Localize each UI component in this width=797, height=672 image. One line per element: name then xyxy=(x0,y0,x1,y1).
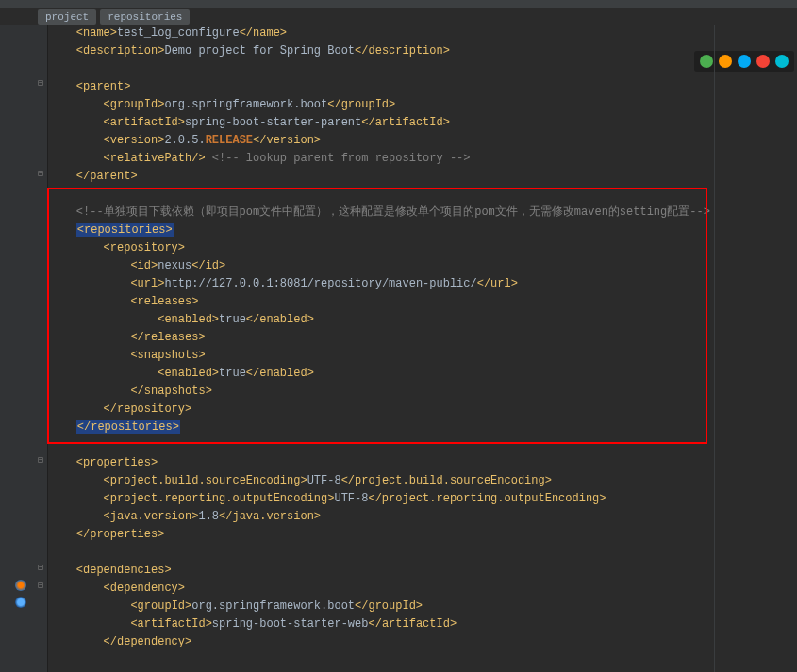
code-line: <parent> xyxy=(49,78,797,96)
code-line xyxy=(49,186,797,204)
breadcrumb: project repositories xyxy=(38,9,190,25)
ide-window: project repositories ⊟ ⊟ ⊟ ⊟ ⊟ <name>tes… xyxy=(0,0,797,672)
code-line: <repository> xyxy=(49,239,797,257)
code-line: <version>2.0.5.RELEASE</version> xyxy=(49,132,797,150)
code-line xyxy=(49,436,797,454)
code-editor[interactable]: <name>test_log_configure</name> <descrip… xyxy=(49,25,797,672)
code-line: <properties> xyxy=(49,454,797,472)
code-line: <relativePath/> <!-- lookup parent from … xyxy=(49,150,797,168)
code-line: <java.version>1.8</java.version> xyxy=(49,508,797,526)
code-line: <repositories> xyxy=(49,221,797,239)
code-line: </dependency> xyxy=(49,633,797,651)
code-line: <snapshots> xyxy=(49,347,797,365)
fold-handle-icon[interactable]: ⊟ xyxy=(36,564,45,573)
fold-handle-icon[interactable]: ⊟ xyxy=(36,582,45,591)
code-line: </parent> xyxy=(49,168,797,186)
code-line: <dependency> xyxy=(49,580,797,598)
code-line: <id>nexus</id> xyxy=(49,257,797,275)
code-line: <artifactId>spring-boot-starter-parent</… xyxy=(49,114,797,132)
fold-handle-icon[interactable]: ⊟ xyxy=(36,79,45,89)
code-line xyxy=(49,544,797,562)
code-line: <name>test_log_configure</name> xyxy=(49,25,797,42)
gutter-marker-icon[interactable] xyxy=(15,580,26,591)
top-bar xyxy=(0,0,797,8)
code-line: <enabled>true</enabled> xyxy=(49,365,797,383)
breadcrumb-repositories[interactable]: repositories xyxy=(100,9,190,25)
code-line: <project.reporting.outputEncoding>UTF-8<… xyxy=(49,490,797,508)
code-line: <project.build.sourceEncoding>UTF-8</pro… xyxy=(49,472,797,490)
code-line xyxy=(49,60,797,78)
gutter-marker-icon[interactable] xyxy=(15,597,26,608)
code-line: <groupId>org.springframework.boot</group… xyxy=(49,96,797,114)
code-line: </properties> xyxy=(49,526,797,544)
code-line: <groupId>org.springframework.boot</group… xyxy=(49,598,797,615)
code-line: <url>http://127.0.0.1:8081/repository/ma… xyxy=(49,275,797,293)
fold-handle-icon[interactable]: ⊟ xyxy=(36,456,45,466)
breadcrumb-project[interactable]: project xyxy=(38,9,96,25)
code-line: </releases> xyxy=(49,329,797,347)
editor-gutter: ⊟ ⊟ ⊟ ⊟ ⊟ xyxy=(0,25,48,672)
code-line: <dependencies> xyxy=(49,562,797,580)
code-line: <enabled>true</enabled> xyxy=(49,311,797,329)
code-line: </repository> xyxy=(49,401,797,418)
code-line: </repositories> xyxy=(49,418,797,436)
code-line: <artifactId>spring-boot-starter-web</art… xyxy=(49,615,797,633)
code-line: </snapshots> xyxy=(49,383,797,401)
fold-handle-icon[interactable]: ⊟ xyxy=(36,170,45,179)
code-line: <description>Demo project for Spring Boo… xyxy=(49,42,797,60)
code-line xyxy=(49,651,797,669)
code-line: <releases> xyxy=(49,293,797,311)
code-line: <!--单独项目下载依赖（即项目pom文件中配置），这种配置是修改单个项目的po… xyxy=(49,204,797,221)
